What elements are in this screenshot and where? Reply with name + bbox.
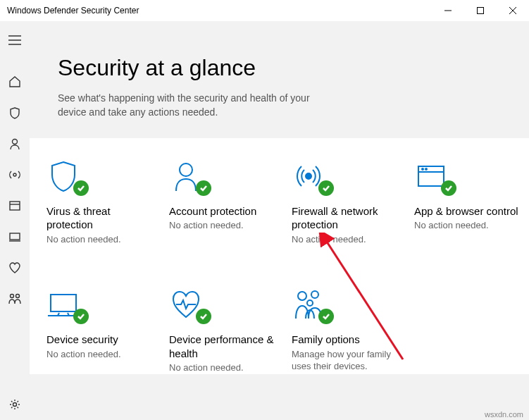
family-icon <box>8 292 22 305</box>
close-button[interactable] <box>497 0 529 21</box>
tile-account[interactable]: Account protectionNo action needed. <box>158 159 280 246</box>
page-header: Security at a glance See what's happenin… <box>30 21 529 138</box>
svg-point-14 <box>298 292 306 300</box>
svg-rect-13 <box>51 295 76 311</box>
tile-title: Account protection <box>169 204 275 218</box>
status-ok-badge <box>318 309 334 324</box>
heart-icon <box>169 288 209 321</box>
status-ok-badge <box>73 309 89 324</box>
sidebar-item-virus-threat[interactable] <box>0 97 30 128</box>
main-content: Security at a glance See what's happenin… <box>30 21 529 420</box>
tile-subtitle: No action needed. <box>414 219 520 232</box>
network-icon <box>292 159 331 193</box>
svg-point-15 <box>311 291 318 298</box>
tile-title: Device performance & health <box>169 333 275 360</box>
page-subtitle: See what's happening with the security a… <box>58 91 340 120</box>
tile-title: Device security <box>46 333 152 347</box>
tile-shield[interactable]: Virus & threat protectionNo action neede… <box>35 159 158 246</box>
svg-rect-4 <box>10 233 20 240</box>
sidebar-item-app-browser[interactable] <box>0 190 30 221</box>
tile-title: Virus & threat protection <box>46 204 152 232</box>
status-ok-badge <box>318 180 334 196</box>
minimize-button[interactable] <box>432 0 464 21</box>
account-icon <box>169 159 209 193</box>
tile-family[interactable]: Family optionsManage how your family use… <box>280 288 403 374</box>
tile-title: App & browser control <box>414 204 520 218</box>
window-title: Windows Defender Security Center <box>7 6 139 16</box>
tile-subtitle: No action needed. <box>46 233 152 246</box>
device-icon <box>8 230 21 243</box>
sidebar-item-device-security[interactable] <box>0 221 30 252</box>
svg-point-7 <box>13 403 17 407</box>
shield-icon <box>8 106 21 119</box>
svg-point-2 <box>13 173 16 176</box>
sidebar <box>0 21 30 420</box>
svg-rect-3 <box>10 202 20 210</box>
svg-point-12 <box>425 168 427 170</box>
status-ok-badge <box>73 180 89 196</box>
tile-title: Firewall & network protection <box>292 204 397 232</box>
app-browser-icon <box>8 199 21 212</box>
svg-point-11 <box>422 168 423 170</box>
svg-rect-0 <box>478 8 484 14</box>
maximize-button[interactable] <box>464 0 497 21</box>
home-icon <box>8 75 21 88</box>
heart-icon <box>8 261 21 274</box>
tile-app-browser[interactable]: App & browser controlNo action needed. <box>403 159 525 246</box>
tile-title: Family options <box>292 333 397 347</box>
network-icon <box>8 168 22 181</box>
gear-icon <box>8 398 21 411</box>
sidebar-item-home[interactable] <box>0 66 30 97</box>
tile-heart[interactable]: Device performance & healthNo action nee… <box>158 288 280 374</box>
shield-icon <box>46 159 86 193</box>
tiles-grid: Virus & threat protectionNo action neede… <box>35 159 529 374</box>
svg-point-9 <box>306 173 311 179</box>
tile-device[interactable]: Device securityNo action needed. <box>35 288 158 374</box>
family-icon <box>292 288 331 321</box>
tile-subtitle: No action needed. <box>169 362 275 374</box>
account-icon <box>8 137 21 150</box>
sidebar-item-firewall[interactable] <box>0 159 30 190</box>
sidebar-item-settings[interactable] <box>0 389 30 420</box>
svg-point-5 <box>11 295 14 298</box>
watermark: wsxdn.com <box>485 410 523 419</box>
tile-subtitle: No action needed. <box>46 348 152 361</box>
sidebar-item-family[interactable] <box>0 283 30 314</box>
sidebar-item-account[interactable] <box>0 128 30 159</box>
svg-point-8 <box>180 163 192 176</box>
titlebar: Windows Defender Security Center <box>0 0 529 21</box>
page-title: Security at a glance <box>58 55 529 81</box>
svg-point-6 <box>16 295 20 298</box>
status-ok-badge <box>196 309 211 324</box>
app-browser-icon <box>414 159 454 193</box>
tile-subtitle: No action needed. <box>169 219 275 232</box>
tile-subtitle: Manage how your family uses their device… <box>292 348 397 373</box>
window-controls <box>432 0 529 21</box>
hamburger-menu-button[interactable] <box>0 25 30 55</box>
device-icon <box>46 288 86 321</box>
svg-point-1 <box>13 140 18 144</box>
status-ok-badge <box>441 180 456 196</box>
tile-subtitle: No action needed. <box>292 233 397 246</box>
tile-network[interactable]: Firewall & network protectionNo action n… <box>280 159 403 246</box>
status-ok-badge <box>196 180 211 196</box>
svg-point-16 <box>307 300 313 306</box>
sidebar-item-device-performance[interactable] <box>0 252 30 283</box>
